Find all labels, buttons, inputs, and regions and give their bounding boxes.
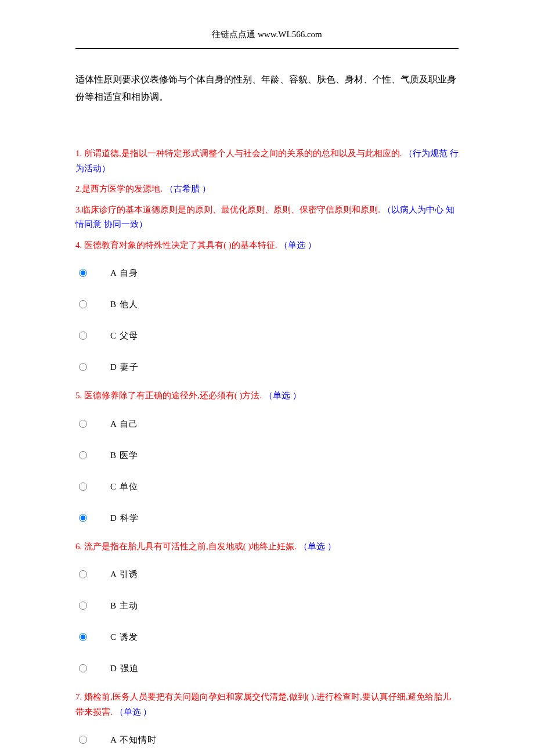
q2-text: 是西方医学的发源地.	[82, 184, 163, 193]
question-3: 3.临床诊疗的基本道德原则是的原则、最优化原则、原则、保密守信原则和原则. （以…	[75, 203, 459, 232]
q4-option-c-row: C 父母	[75, 320, 459, 351]
q4-option-b-radio[interactable]	[79, 300, 87, 308]
q4-option-d-row: D 妻子	[75, 351, 459, 383]
q4-option-a-label: A 自身	[87, 267, 138, 280]
q6-text: 流产是指在胎儿具有可活性之前,自发地或( )地终止妊娠.	[82, 542, 297, 551]
q5-option-d-label: D 科学	[87, 512, 139, 525]
page-header: 往链点点通 www.WL566.com	[0, 0, 534, 46]
q4-num: 4.	[75, 240, 82, 250]
question-7: 7. 婚检前,医务人员要把有关问题向孕妇和家属交代清楚,做到( ).进行检查时,…	[75, 690, 459, 719]
q6-option-a-label: A 引诱	[87, 568, 138, 581]
q4-option-b-row: B 他人	[75, 289, 459, 320]
q6-option-c-label: C 诱发	[87, 631, 138, 644]
q6-option-d-radio[interactable]	[79, 664, 87, 672]
q6-option-b-label: B 主动	[87, 599, 138, 613]
question-1: 1. 所谓道德,是指以一种特定形式调整个人与社会之间的关系的的总和以及与此相应的…	[75, 146, 459, 176]
q6-option-d-row: D 强迫	[75, 653, 459, 684]
intro-paragraph: 适体性原则要求仪表修饰与个体自身的性别、年龄、容貌、肤色、身材、个性、气质及职业…	[75, 71, 459, 106]
q4-text: 医德教育对象的特殊性决定了其具有( )的基本特征.	[82, 240, 277, 250]
question-4: 4. 医德教育对象的特殊性决定了其具有( )的基本特征. （单选 ）	[75, 238, 459, 253]
q7-option-a-row: A 不知情时	[75, 724, 459, 755]
q6-hint: （单选 ）	[299, 542, 336, 551]
question-2: 2.是西方医学的发源地. （古希腊 ）	[75, 182, 459, 197]
question-5: 5. 医德修养除了有正确的途径外,还必须有( )方法. （单选 ）	[75, 388, 459, 404]
q7-num: 7.	[75, 692, 82, 701]
q5-text: 医德修养除了有正确的途径外,还必须有( )方法.	[82, 391, 262, 400]
q7-hint: （单选 ）	[115, 707, 152, 717]
q5-num: 5.	[75, 391, 82, 400]
q5-option-c-radio[interactable]	[79, 483, 87, 491]
q5-option-a-radio[interactable]	[79, 420, 87, 428]
q5-hint: （单选 ）	[264, 391, 301, 400]
q5-option-a-row: A 自己	[75, 408, 459, 440]
q6-option-c-radio[interactable]	[79, 633, 87, 641]
q4-option-d-radio[interactable]	[79, 363, 87, 371]
q4-option-a-radio[interactable]	[79, 269, 87, 277]
q4-option-a-row: A 自身	[75, 257, 459, 289]
q6-option-a-row: A 引诱	[75, 559, 459, 590]
q3-num: 3.	[75, 205, 82, 214]
q4-option-b-label: B 他人	[87, 298, 138, 311]
q4-hint: （单选 ）	[279, 240, 316, 250]
q6-option-d-label: D 强迫	[87, 662, 139, 675]
q5-option-c-row: C 单位	[75, 471, 459, 502]
q4-option-c-radio[interactable]	[79, 332, 87, 340]
q7-option-a-label: A 不知情时	[87, 733, 157, 747]
q5-option-b-label: B 医学	[87, 449, 138, 462]
q5-option-a-label: A 自己	[87, 417, 138, 431]
q5-option-c-label: C 单位	[87, 480, 138, 494]
content-area: 适体性原则要求仪表修饰与个体自身的性别、年龄、容貌、肤色、身材、个性、气质及职业…	[0, 49, 534, 756]
q5-option-d-radio[interactable]	[79, 514, 87, 522]
q2-num: 2.	[75, 184, 82, 193]
q1-num: 1.	[75, 149, 82, 158]
q5-option-d-row: D 科学	[75, 502, 459, 534]
q2-hint: （古希腊 ）	[165, 184, 211, 193]
question-6: 6. 流产是指在胎儿具有可活性之前,自发地或( )地终止妊娠. （单选 ）	[75, 539, 459, 555]
q6-option-c-row: C 诱发	[75, 621, 459, 653]
q4-option-c-label: C 父母	[87, 329, 138, 343]
q4-option-d-label: D 妻子	[87, 361, 139, 374]
q6-option-b-row: B 主动	[75, 590, 459, 621]
q6-option-b-radio[interactable]	[79, 602, 87, 610]
q5-option-b-radio[interactable]	[79, 451, 87, 459]
q6-option-a-radio[interactable]	[79, 570, 87, 578]
q3-text: 临床诊疗的基本道德原则是的原则、最优化原则、原则、保密守信原则和原则.	[82, 205, 380, 214]
q7-option-a-radio[interactable]	[79, 736, 87, 744]
q6-num: 6.	[75, 542, 82, 551]
q1-text: 所谓道德,是指以一种特定形式调整个人与社会之间的关系的的总和以及与此相应的.	[82, 149, 402, 158]
q5-option-b-row: B 医学	[75, 440, 459, 471]
